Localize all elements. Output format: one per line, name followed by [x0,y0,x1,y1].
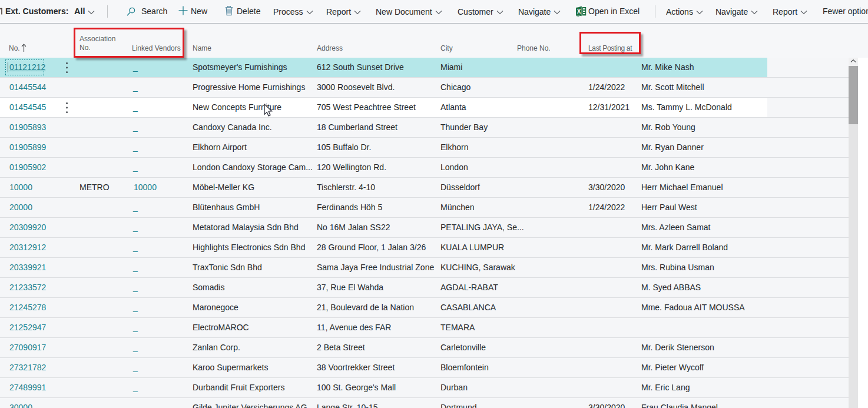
svg-text:X: X [577,8,581,15]
